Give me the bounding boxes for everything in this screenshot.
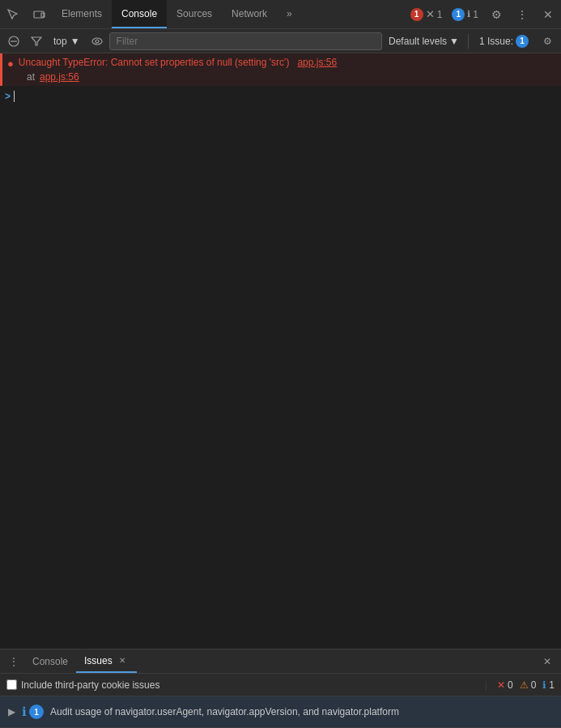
bottom-drawer: ⋮ Console Issues ✕ ✕ Include third-party… xyxy=(0,649,561,728)
info-icon-small: ℹ xyxy=(542,679,546,691)
svg-point-5 xyxy=(92,38,102,45)
issue-badge-button[interactable]: 1 Issue: 1 xyxy=(473,33,535,49)
inspect-element-icon[interactable] xyxy=(0,2,26,28)
default-levels-label: Default levels xyxy=(389,36,447,47)
error-count-badge: 1 xyxy=(410,8,423,21)
filter-input[interactable] xyxy=(109,32,382,50)
settings-icon[interactable]: ⚙ xyxy=(483,2,509,28)
info-icon: ℹ xyxy=(467,9,470,19)
error-count-display: ✕ 0 xyxy=(497,679,513,691)
issue-expand-arrow-icon: ▶ xyxy=(8,706,15,717)
filter-icon xyxy=(26,31,47,52)
context-dropdown-icon: ▼ xyxy=(70,36,80,47)
error-circle-small-icon: ✕ xyxy=(497,679,505,691)
devtools-tab-bar: Elements Console Sources Network » 1 ✕ 1… xyxy=(0,0,561,29)
info-count-display: ℹ 1 xyxy=(542,679,555,691)
console-prompt-row: > xyxy=(0,86,561,107)
error-badge-button[interactable]: 1 ✕ 1 xyxy=(406,6,448,23)
error-circle-icon: ● xyxy=(7,57,14,70)
eye-icon[interactable] xyxy=(87,31,108,52)
error-source-link[interactable]: app.js:56 xyxy=(297,57,337,68)
error-at-line: at app.js:56 xyxy=(7,71,556,83)
context-selector[interactable]: top ▼ xyxy=(49,34,85,49)
clear-console-button[interactable] xyxy=(3,31,24,52)
svg-rect-1 xyxy=(41,13,45,17)
drawer-tab-issues-close-icon[interactable]: ✕ xyxy=(116,654,129,667)
device-toggle-icon[interactable] xyxy=(26,2,52,28)
svg-marker-4 xyxy=(32,37,41,45)
svg-point-6 xyxy=(96,40,99,43)
drawer-menu-icon[interactable]: ⋮ xyxy=(3,651,24,672)
third-party-cookie-checkbox-wrap[interactable]: Include third-party cookie issues xyxy=(6,679,159,691)
third-party-cookie-checkbox[interactable] xyxy=(6,679,17,690)
prompt-arrow-icon: > xyxy=(5,91,11,102)
issue-list-item[interactable]: ▶ ℹ 1 Audit usage of navigator.userAgent… xyxy=(0,696,561,728)
issue-item-count-badge: 1 xyxy=(29,705,44,719)
warning-count-display: ⚠ 0 xyxy=(520,679,537,691)
issue-count: 1 xyxy=(516,35,529,48)
context-label: top xyxy=(53,36,67,47)
console-toolbar: top ▼ Default levels ▼ 1 Issue: 1 ⚙ xyxy=(0,29,561,53)
drawer-tab-issues[interactable]: Issues ✕ xyxy=(76,649,137,673)
info-badge-button[interactable]: 1 ℹ 1 xyxy=(447,6,483,23)
more-menu-icon[interactable]: ⋮ xyxy=(509,2,535,28)
drawer-tab-bar: ⋮ Console Issues ✕ ✕ xyxy=(0,649,561,674)
console-output-area: ● Uncaught TypeError: Cannot set propert… xyxy=(0,53,561,649)
drawer-close-button[interactable]: ✕ xyxy=(537,651,558,672)
warning-icon: ⚠ xyxy=(520,679,529,691)
default-levels-dropdown-icon: ▼ xyxy=(449,36,459,47)
issue-info-icon: ℹ xyxy=(22,705,27,719)
toolbar-divider xyxy=(468,34,469,49)
issue-item-text: Audit usage of navigator.userAgent, navi… xyxy=(50,705,553,719)
error-at-source-link[interactable]: app.js:56 xyxy=(40,71,79,83)
tab-sources[interactable]: Sources xyxy=(167,0,222,28)
default-levels-button[interactable]: Default levels ▼ xyxy=(384,34,464,49)
tab-network[interactable]: Network xyxy=(222,0,277,28)
issue-icon-wrap: ℹ 1 xyxy=(22,705,44,719)
tab-more[interactable]: » xyxy=(277,0,302,28)
info-count-label: 1 xyxy=(473,9,478,20)
info-count-badge: 1 xyxy=(452,8,465,21)
cursor-blink xyxy=(14,91,15,102)
issues-toolbar: Include third-party cookie issues | ✕ 0 … xyxy=(0,674,561,696)
error-count-label: 1 xyxy=(437,9,443,20)
close-devtools-button[interactable]: ✕ xyxy=(535,2,561,28)
tab-elements[interactable]: Elements xyxy=(52,0,112,28)
error-line: ● Uncaught TypeError: Cannot set propert… xyxy=(7,57,556,70)
issue-label: 1 Issue: xyxy=(479,36,513,47)
error-message: Uncaught TypeError: Cannot set propertie… xyxy=(19,57,556,68)
third-party-cookie-label: Include third-party cookie issues xyxy=(21,679,159,691)
issues-count-area: | ✕ 0 ⚠ 0 ℹ 1 xyxy=(482,679,555,691)
drawer-tab-console[interactable]: Console xyxy=(24,649,76,673)
error-icon: ✕ xyxy=(426,8,435,20)
error-row: ● Uncaught TypeError: Cannot set propert… xyxy=(0,53,561,86)
console-settings-icon[interactable]: ⚙ xyxy=(537,31,558,52)
tab-console[interactable]: Console xyxy=(112,0,167,28)
